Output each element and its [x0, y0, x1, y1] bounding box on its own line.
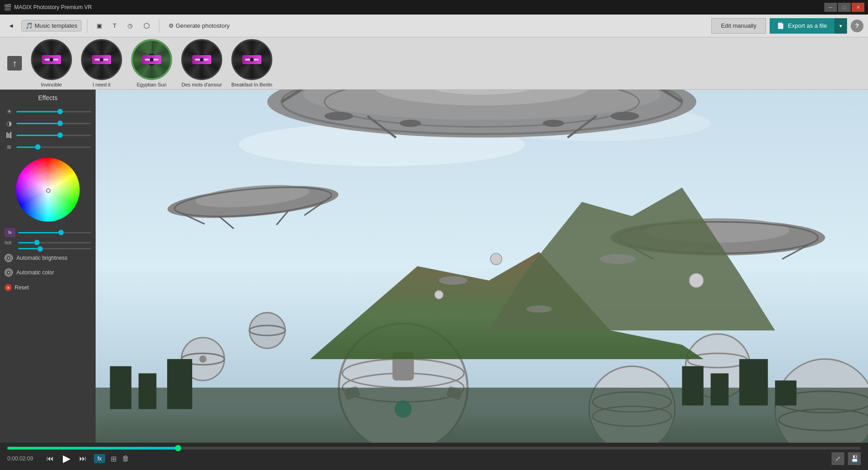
main-content: Effects ☀ ◑ — [0, 90, 868, 443]
square-tool-button[interactable]: ▣ — [93, 20, 106, 31]
help-button[interactable]: ? — [851, 20, 863, 32]
svg-point-23 — [542, 120, 564, 127]
brightness-slider[interactable] — [16, 111, 91, 112]
disc-des-mots-damour — [181, 39, 222, 80]
trash-icon: 🗑 — [122, 455, 129, 462]
auto-brightness-row[interactable]: Automatic brightness — [5, 252, 91, 264]
hdr1-slider[interactable] — [18, 242, 91, 243]
hdr1-thumb[interactable] — [34, 240, 40, 245]
svg-point-38 — [199, 355, 207, 363]
svg-point-68 — [434, 290, 443, 299]
hdr2-slider[interactable] — [18, 248, 91, 249]
music-item-egyptian-sun[interactable]: Egyptian Sun — [131, 39, 172, 87]
saturation-row — [5, 131, 91, 140]
corner-expand-button[interactable]: ⤢ — [832, 452, 844, 465]
export-dropdown-button[interactable]: ▾ — [834, 18, 847, 34]
separator-2 — [159, 19, 159, 33]
clock-tool-button[interactable]: ◷ — [124, 20, 136, 31]
maximize-button[interactable]: □ — [838, 3, 851, 12]
app-title: MAGIX Photostory Premium VR — [14, 4, 92, 10]
reset-row[interactable]: ✕ Reset — [5, 284, 91, 291]
sharpness-row: ≋ — [5, 142, 91, 152]
sharpness-thumb[interactable] — [35, 144, 41, 150]
music-item-i-need-it[interactable]: I need it — [81, 39, 122, 87]
edit-manually-button[interactable]: Edit manually — [711, 18, 766, 34]
sharpness-icon: ≋ — [5, 142, 14, 152]
fx-fill — [18, 232, 58, 233]
preview-scene — [96, 90, 868, 443]
color-wheel[interactable] — [16, 158, 80, 222]
text-icon: T — [113, 22, 117, 29]
fx-label: fx — [97, 455, 102, 462]
music-name-invincible: Invincible — [41, 82, 62, 87]
music-item-invincible[interactable]: Invincible — [31, 39, 72, 87]
reset-icon: ✕ — [5, 284, 12, 291]
minimize-button[interactable]: ─ — [824, 3, 837, 12]
hdr2-thumb[interactable] — [37, 246, 43, 252]
svg-rect-2 — [10, 132, 11, 138]
save-icon: 💾 — [851, 455, 858, 462]
contrast-fill — [16, 123, 57, 124]
saturation-slider[interactable] — [16, 135, 91, 136]
playback-bar: 0:00:02:09 ⏮ ▶ ⏭ fx ⊞ 🗑 ⤢ 💾 — [0, 443, 868, 470]
hdr-row: hdr — [5, 240, 91, 245]
playback-controls: 0:00:02:09 ⏮ ▶ ⏭ fx ⊞ 🗑 ⤢ 💾 — [7, 451, 861, 466]
auto-color-icon — [5, 268, 13, 277]
progress-track[interactable] — [7, 447, 861, 450]
music-name-breakfast-in-berlin: Breakfast In Berlin — [231, 82, 272, 87]
svg-rect-0 — [6, 132, 8, 138]
contrast-thumb[interactable] — [57, 121, 63, 126]
fx-row: fx — [5, 228, 91, 237]
disc-i-need-it — [81, 39, 122, 80]
fast-forward-button[interactable]: ⏭ — [77, 453, 88, 464]
contrast-row: ◑ — [5, 119, 91, 128]
svg-point-64 — [439, 276, 468, 285]
square-icon: ▣ — [97, 22, 102, 29]
progress-fill — [7, 447, 178, 450]
music-templates-button[interactable]: 🎵 Music templates — [21, 20, 82, 31]
disc-invincible — [31, 39, 72, 80]
generate-label: Generate photostory — [176, 22, 230, 29]
saturation-thumb[interactable] — [57, 132, 63, 138]
back-button[interactable]: ◄ — [5, 20, 18, 31]
generate-icon: ⚙ — [168, 22, 174, 29]
scroll-up-button[interactable]: ↑ — [7, 56, 22, 71]
corner-save-button[interactable]: 💾 — [848, 452, 861, 465]
rewind-button[interactable]: ⏮ — [45, 453, 56, 464]
crop-icon: ⬡ — [143, 21, 150, 30]
auto-brightness-icon — [5, 254, 13, 262]
auto-color-row[interactable]: Automatic color — [5, 267, 91, 278]
svg-rect-63 — [775, 380, 797, 405]
progress-thumb[interactable] — [175, 445, 181, 451]
brightness-thumb[interactable] — [57, 109, 63, 114]
reset-label: Reset — [15, 284, 29, 291]
music-name-des-mots-damour: Des mots d'amour — [182, 82, 222, 87]
contrast-slider[interactable] — [16, 123, 91, 124]
fx-thumb[interactable] — [58, 230, 64, 235]
clock-icon: ◷ — [128, 22, 133, 29]
sharpness-slider[interactable] — [16, 147, 91, 148]
music-item-des-mots-damour[interactable]: Des mots d'amour — [181, 39, 222, 87]
help-label: ? — [855, 22, 859, 29]
generate-button[interactable]: ⚙ Generate photostory — [165, 20, 234, 31]
back-icon: ◄ — [8, 22, 14, 29]
close-button[interactable]: ✕ — [852, 3, 864, 12]
grid-button[interactable]: ⊞ — [111, 455, 117, 463]
fx-button[interactable]: fx — [94, 454, 105, 463]
crop-tool-button[interactable]: ⬡ — [140, 20, 153, 32]
play-button[interactable]: ▶ — [59, 451, 74, 466]
export-icon: 📄 — [777, 22, 784, 29]
svg-point-39 — [250, 313, 286, 349]
text-tool-button[interactable]: T — [109, 20, 120, 31]
export-group: 📄 Export as a file ▾ — [770, 18, 847, 34]
color-wheel-cursor[interactable] — [46, 188, 51, 193]
fx-slider[interactable] — [18, 232, 91, 233]
fast-forward-icon: ⏭ — [79, 455, 87, 463]
svg-point-65 — [600, 254, 636, 264]
sharpness-fill — [16, 147, 35, 148]
svg-point-66 — [526, 305, 552, 313]
music-item-breakfast-in-berlin[interactable]: Breakfast In Berlin — [231, 39, 272, 87]
export-button[interactable]: 📄 Export as a file — [770, 18, 834, 34]
contrast-icon: ◑ — [5, 119, 14, 128]
delete-button[interactable]: 🗑 — [122, 455, 129, 463]
